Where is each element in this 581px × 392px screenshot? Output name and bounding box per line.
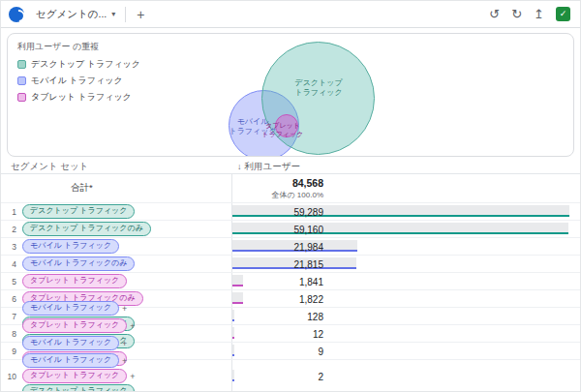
- plus-separator: +: [122, 339, 127, 348]
- total-value-box: 84,568 全体の 100.0%: [232, 177, 323, 200]
- legend-title: 利用ユーザー の重複: [17, 41, 140, 53]
- export-icon[interactable]: ✓: [556, 7, 570, 21]
- legend-label: モバイル トラフィック: [31, 75, 123, 87]
- teal-swatch-icon: [17, 60, 26, 69]
- row-value: 21,815: [232, 256, 323, 273]
- segment-chip[interactable]: デスクトップ トラフィックのみ: [22, 222, 151, 236]
- value-cell: 1,822: [231, 290, 580, 307]
- tab-divider: [125, 7, 126, 22]
- legend-item: タブレット トラフィック: [17, 91, 140, 104]
- row-value: 59,289: [232, 203, 323, 221]
- value-cell: 59,289: [231, 203, 580, 220]
- plus-separator: +: [122, 304, 127, 314]
- undo-icon[interactable]: ↺: [489, 8, 500, 20]
- top-bar: セグメントの... ▾ + ↺↻↥✓: [1, 1, 580, 28]
- row-value: 59,160: [232, 221, 323, 238]
- segment-set-header: セグメント セット: [1, 161, 231, 173]
- segment-chip[interactable]: モバイル トラフィック: [22, 301, 119, 316]
- share-icon[interactable]: ↥: [534, 8, 544, 20]
- total-value-cell: 84,568 全体の 100.0%: [231, 174, 580, 202]
- sort-desc-icon[interactable]: ↓: [237, 162, 242, 171]
- row-value: 1,822: [232, 290, 323, 308]
- legend-item: モバイル トラフィック: [17, 75, 140, 87]
- value-cell: 1,841: [231, 273, 580, 289]
- plus-separator: +: [130, 321, 135, 331]
- exploration-tab-label: セグメントの...: [36, 8, 107, 21]
- segment-chip[interactable]: デスクトップ トラフィック: [22, 384, 135, 392]
- value-cell: 128: [231, 308, 580, 324]
- topbar-actions: ↺↻↥✓: [489, 7, 570, 21]
- segment-chip[interactable]: デスクトップ トラフィック: [22, 204, 135, 219]
- table-row: 5タブレット トラフィック1,841: [1, 273, 580, 290]
- users-header[interactable]: ↓ 利用ユーザー: [231, 161, 580, 173]
- legend-label: タブレット トラフィック: [31, 91, 132, 104]
- plus-separator: +: [122, 356, 127, 366]
- segment-chip[interactable]: モバイル トラフィック: [22, 239, 119, 254]
- explorations-logo-icon: [9, 7, 24, 22]
- segment-chip[interactable]: モバイル トラフィックのみ: [22, 256, 135, 271]
- row-number: 4: [1, 259, 16, 269]
- table-header-row: セグメント セット ↓ 利用ユーザー: [1, 160, 580, 174]
- venn-label: デスクトップトラフィック: [294, 78, 342, 98]
- segment-chip[interactable]: タブレット トラフィック: [22, 369, 127, 383]
- venn-card: 利用ユーザー の重複 デスクトップ トラフィックモバイル トラフィックタブレット…: [7, 33, 574, 157]
- row-number: 5: [1, 277, 16, 286]
- table-row: 1デスクトップ トラフィック59,289: [1, 203, 580, 221]
- row-value: 9: [232, 343, 323, 360]
- blue-swatch-icon: [17, 76, 26, 85]
- row-value: 128: [232, 308, 323, 325]
- exploration-window: セグメントの... ▾ + ↺↻↥✓ 利用ユーザー の重複 デスクトップ トラフ…: [0, 0, 581, 392]
- venn-label: タブレットトラフィック: [262, 122, 304, 139]
- value-cell: 21,984: [231, 238, 580, 255]
- segment-chip[interactable]: モバイル トラフィック: [22, 353, 119, 368]
- table-row: 2デスクトップ トラフィックのみ59,160: [1, 221, 580, 238]
- table-body: 1デスクトップ トラフィック59,2892デスクトップ トラフィックのみ59,1…: [1, 203, 580, 392]
- total-users-value: 84,568: [232, 177, 323, 189]
- row-number: 7: [1, 312, 16, 321]
- segment-chip[interactable]: タブレット トラフィック: [22, 318, 127, 333]
- legend-items: デスクトップ トラフィックモバイル トラフィックタブレット トラフィック: [17, 58, 140, 104]
- row-value: 1,841: [232, 273, 323, 290]
- plus-separator: +: [130, 372, 135, 381]
- row-number: 2: [1, 225, 16, 234]
- pink-swatch-icon: [17, 93, 26, 102]
- row-value: 12: [232, 325, 323, 343]
- legend-label: デスクトップ トラフィック: [31, 58, 140, 71]
- users-header-label: 利用ユーザー: [245, 161, 300, 173]
- segment-table: セグメント セット ↓ 利用ユーザー 合計* 84,568 全体の 100.0%…: [1, 160, 580, 392]
- chevron-down-icon[interactable]: ▾: [111, 10, 115, 18]
- value-cell: 2: [231, 360, 580, 392]
- table-row: 4モバイル トラフィックのみ21,815: [1, 256, 580, 273]
- table-row: 3モバイル トラフィック21,984: [1, 238, 580, 256]
- segment-chip[interactable]: タブレット トラフィック: [22, 274, 127, 288]
- value-cell: 9: [231, 343, 580, 359]
- exploration-tab[interactable]: セグメントの... ▾: [31, 1, 120, 27]
- add-tab-button[interactable]: +: [131, 5, 150, 24]
- total-share: 全体の 100.0%: [232, 190, 323, 200]
- row-number: 8: [1, 329, 16, 339]
- total-label: 合計*: [1, 174, 231, 202]
- redo-icon[interactable]: ↻: [511, 8, 522, 20]
- value-cell: 21,815: [231, 256, 580, 272]
- total-row: 合計* 84,568 全体の 100.0%: [1, 174, 580, 203]
- row-value: 2: [232, 368, 323, 385]
- legend-item: デスクトップ トラフィック: [17, 58, 140, 71]
- value-cell: 59,160: [231, 221, 580, 237]
- row-number: 1: [1, 207, 16, 217]
- row-number: 6: [1, 294, 16, 304]
- row-number: 10: [1, 372, 16, 381]
- value-cell: 12: [231, 325, 580, 342]
- row-number: 3: [1, 242, 16, 252]
- row-number: 9: [1, 347, 16, 356]
- legend: 利用ユーザー の重複 デスクトップ トラフィックモバイル トラフィックタブレット…: [17, 41, 140, 107]
- row-value: 21,984: [232, 238, 323, 256]
- segment-chip[interactable]: モバイル トラフィック: [22, 336, 119, 350]
- table-row: 10モバイル トラフィック+タブレット トラフィック+デスクトップ トラフィック…: [1, 360, 580, 392]
